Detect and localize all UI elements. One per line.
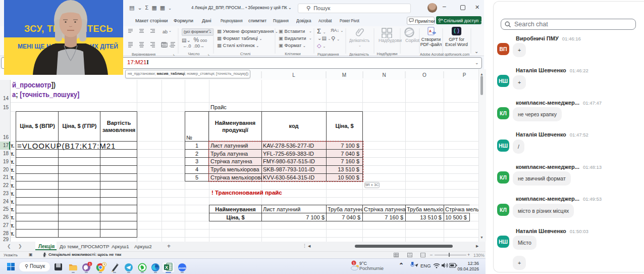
svg-text:P: P xyxy=(463,72,466,78)
svg-text:⌄: ⌄ xyxy=(169,43,172,47)
svg-text:ab: ab xyxy=(163,29,168,34)
svg-text:A: A xyxy=(429,29,432,33)
svg-text:⌄: ⌄ xyxy=(169,29,172,32)
svg-text:M: M xyxy=(342,72,346,78)
svg-text:L: L xyxy=(292,72,295,78)
svg-text:O: O xyxy=(422,72,426,78)
svg-text:N: N xyxy=(382,72,386,78)
